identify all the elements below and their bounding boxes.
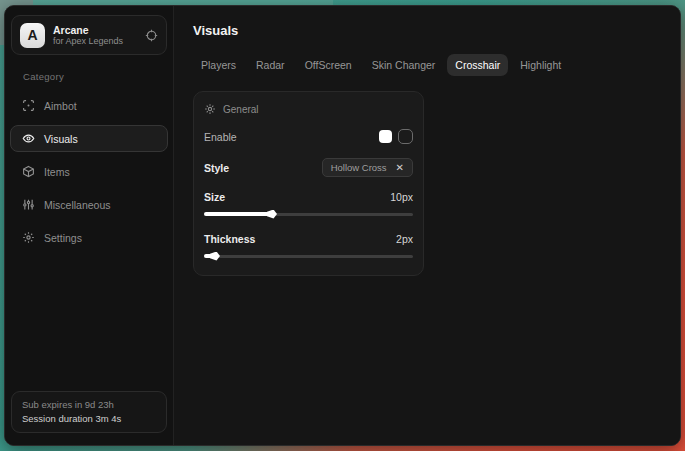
general-panel: General Enable Style Hollow Cross ✕ [193,91,424,276]
tab-crosshair[interactable]: Crosshair [447,54,508,76]
thickness-row: Thickness 2px [204,233,413,245]
tab-highlight[interactable]: Highlight [512,54,569,76]
enable-label: Enable [204,131,237,143]
style-select[interactable]: Hollow Cross ✕ [322,158,413,177]
sidebar-item-settings[interactable]: Settings [10,224,168,251]
style-row: Style Hollow Cross ✕ [204,158,413,177]
settings-gear-icon [22,231,35,244]
thickness-slider[interactable] [204,251,413,261]
brand-subtitle: for Apex Legends [53,36,137,46]
sidebar-item-aimbot[interactable]: Aimbot [10,92,168,119]
aimbot-crosshair-icon [22,99,35,112]
size-slider[interactable] [204,209,413,219]
tab-radar[interactable]: Radar [248,54,293,76]
subscription-card: Sub expires in 9d 23h Session duration 3… [11,391,167,433]
thickness-slider-thumb[interactable] [210,252,220,261]
app-window: A Arcane for Apex Legends Category [4,5,681,446]
visuals-eye-icon [22,132,35,145]
tab-skin-changer[interactable]: Skin Changer [364,54,444,76]
thickness-value: 2px [396,233,413,245]
sidebar-item-miscellaneous[interactable]: Miscellaneous [10,191,168,218]
target-icon[interactable] [145,29,158,42]
panel-title: General [223,104,259,115]
tab-offscreen[interactable]: OffScreen [297,54,360,76]
enable-checkbox[interactable] [398,129,413,144]
sidebar-item-label: Items [44,166,70,178]
size-row: Size 10px [204,191,413,203]
style-label: Style [204,162,229,174]
tab-players[interactable]: Players [193,54,244,76]
thickness-label: Thickness [204,233,255,245]
enable-row: Enable [204,129,413,144]
general-gear-icon [204,103,216,115]
size-value: 10px [390,191,413,203]
clear-icon[interactable]: ✕ [396,163,404,173]
brand-title: Arcane [53,24,137,36]
sidebar-nav: Aimbot Visuals Items [5,86,173,251]
sidebar: A Arcane for Apex Legends Category [5,6,174,445]
style-selected-value: Hollow Cross [331,162,387,173]
size-label: Size [204,191,225,203]
sidebar-item-visuals[interactable]: Visuals [10,125,168,152]
session-duration-text: Session duration 3m 4s [22,413,156,424]
color-swatch[interactable] [379,130,392,143]
main-content: Visuals Players Radar OffScreen Skin Cha… [174,6,680,445]
sub-expiry-text: Sub expires in 9d 23h [22,399,156,410]
category-label: Category [23,71,173,82]
tab-bar: Players Radar OffScreen Skin Changer Cro… [193,54,666,76]
sidebar-item-label: Miscellaneous [44,199,111,211]
brand-card: A Arcane for Apex Legends [11,15,167,55]
misc-sliders-icon [22,198,35,211]
sidebar-item-label: Settings [44,232,82,244]
brand-logo: A [20,23,45,48]
items-cube-icon [22,165,35,178]
sidebar-item-label: Aimbot [44,100,77,112]
size-slider-thumb[interactable] [267,210,277,219]
page-title: Visuals [193,23,666,38]
sidebar-item-items[interactable]: Items [10,158,168,185]
sidebar-item-label: Visuals [44,133,78,145]
